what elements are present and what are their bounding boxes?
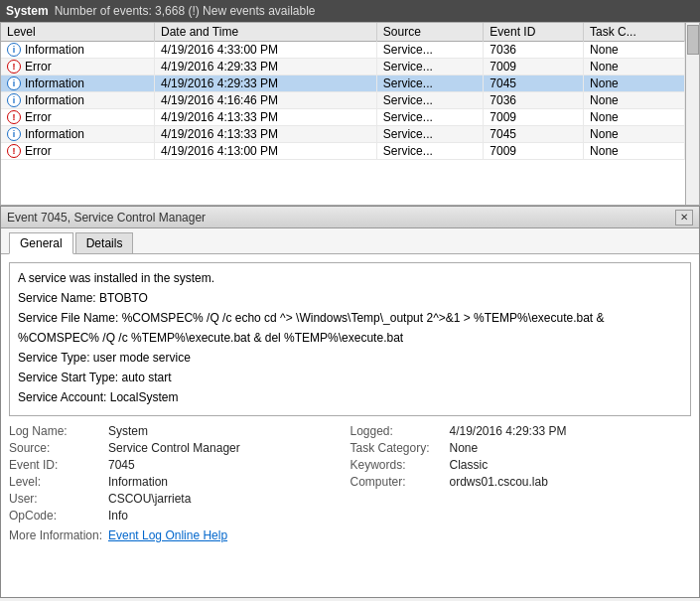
meta-more-info-label: More Information: bbox=[9, 528, 108, 542]
meta-level-value: Information bbox=[108, 475, 168, 489]
cell-task: None bbox=[584, 143, 685, 160]
service-name-line: Service Name: BTOBTO bbox=[18, 291, 682, 305]
error-icon: ! bbox=[7, 60, 21, 74]
app-name: System bbox=[6, 4, 49, 18]
table-row[interactable]: iInformation4/19/2016 4:16:46 PMService.… bbox=[1, 92, 699, 109]
cell-task: None bbox=[584, 42, 685, 59]
dialog-title: Event 7045, Service Control Manager bbox=[7, 211, 206, 225]
meta-user-value: CSCOU\jarrieta bbox=[108, 492, 191, 506]
meta-more-info: More Information: Event Log Online Help bbox=[9, 528, 350, 542]
meta-computer-label: Computer: bbox=[350, 475, 450, 489]
scrollbar[interactable] bbox=[685, 23, 699, 205]
table-row[interactable]: !Error4/19/2016 4:29:33 PMService...7009… bbox=[1, 59, 699, 75]
cell-eventid: 7009 bbox=[484, 59, 584, 75]
dialog-close-button[interactable]: ✕ bbox=[675, 210, 693, 225]
cell-datetime: 4/19/2016 4:13:00 PM bbox=[155, 143, 377, 160]
detail-text-box: A service was installed in the system. S… bbox=[9, 262, 691, 416]
service-type-line: Service Type: user mode service bbox=[18, 351, 682, 365]
meta-source-label: Source: bbox=[9, 441, 108, 455]
service-file-label: Service File Name: bbox=[18, 311, 122, 325]
meta-task-cat-label: Task Category: bbox=[350, 441, 450, 455]
col-header-task[interactable]: Task C... bbox=[584, 23, 685, 42]
table-header-row: Level Date and Time Source Event ID Task… bbox=[1, 23, 699, 42]
meta-level: Level: Information bbox=[9, 475, 350, 489]
tab-details[interactable]: Details bbox=[75, 232, 134, 253]
meta-keywords-label: Keywords: bbox=[350, 458, 450, 472]
meta-user-label: User: bbox=[9, 492, 108, 506]
meta-keywords-value: Classic bbox=[450, 458, 489, 472]
meta-event-id-value: 7045 bbox=[108, 458, 135, 472]
level-text: Information bbox=[25, 93, 84, 107]
level-text: Error bbox=[25, 60, 52, 74]
table-row[interactable]: !Error4/19/2016 4:13:00 PMService...7009… bbox=[1, 143, 699, 160]
service-file-line2: %COMSPEC% /Q /c %TEMP%\execute.bat & del… bbox=[18, 331, 682, 345]
event-table: Level Date and Time Source Event ID Task… bbox=[1, 23, 699, 160]
meta-log-name-value: System bbox=[108, 424, 148, 438]
cell-task: None bbox=[584, 75, 685, 92]
service-start-value: auto start bbox=[122, 371, 172, 384]
meta-logged-label: Logged: bbox=[350, 424, 450, 438]
meta-event-id-label: Event ID: bbox=[9, 458, 108, 472]
meta-log-name-label: Log Name: bbox=[9, 424, 108, 438]
level-text: Information bbox=[25, 127, 84, 141]
cell-datetime: 4/19/2016 4:13:33 PM bbox=[155, 109, 377, 126]
level-text: Information bbox=[25, 43, 84, 57]
meta-logged-value: 4/19/2016 4:29:33 PM bbox=[450, 424, 567, 438]
tab-general[interactable]: General bbox=[9, 232, 73, 254]
cell-eventid: 7045 bbox=[484, 126, 584, 143]
info-icon: i bbox=[7, 76, 21, 90]
cell-level: iInformation bbox=[1, 92, 155, 109]
col-header-eventid[interactable]: Event ID bbox=[484, 23, 584, 42]
meta-level-label: Level: bbox=[9, 475, 108, 489]
cell-task: None bbox=[584, 109, 685, 126]
table-row[interactable]: iInformation4/19/2016 4:29:33 PMService.… bbox=[1, 75, 699, 92]
table-row[interactable]: iInformation4/19/2016 4:33:00 PMService.… bbox=[1, 42, 699, 59]
cell-level: iInformation bbox=[1, 126, 155, 143]
cell-source: Service... bbox=[376, 42, 484, 59]
cell-task: None bbox=[584, 126, 685, 143]
table-row[interactable]: !Error4/19/2016 4:13:33 PMService...7009… bbox=[1, 109, 699, 126]
cell-level: !Error bbox=[1, 143, 155, 160]
level-text: Error bbox=[25, 110, 52, 124]
meta-more-info-link[interactable]: Event Log Online Help bbox=[108, 528, 227, 542]
cell-source: Service... bbox=[376, 109, 484, 126]
cell-task: None bbox=[584, 92, 685, 109]
info-icon: i bbox=[7, 43, 21, 57]
service-account-value: LocalSystem bbox=[110, 390, 179, 404]
tabs-bar: General Details bbox=[1, 228, 699, 254]
dialog-titlebar: Event 7045, Service Control Manager ✕ bbox=[1, 207, 699, 228]
service-name-value: BTOBTO bbox=[99, 291, 148, 305]
meta-event-id: Event ID: 7045 bbox=[9, 458, 350, 472]
table-row[interactable]: iInformation4/19/2016 4:13:33 PMService.… bbox=[1, 126, 699, 143]
cell-eventid: 7036 bbox=[484, 92, 584, 109]
title-bar-message: Number of events: 3,668 (!) New events a… bbox=[55, 4, 316, 18]
event-table-body: iInformation4/19/2016 4:33:00 PMService.… bbox=[1, 42, 699, 160]
meta-source-value: Service Control Manager bbox=[108, 441, 240, 455]
meta-user: User: CSCOU\jarrieta bbox=[9, 492, 350, 506]
meta-opcode: OpCode: Info bbox=[9, 509, 350, 523]
level-text: Information bbox=[25, 76, 84, 90]
cell-eventid: 7036 bbox=[484, 42, 584, 59]
cell-eventid: 7009 bbox=[484, 109, 584, 126]
col-header-source[interactable]: Source bbox=[376, 23, 484, 42]
cell-eventid: 7009 bbox=[484, 143, 584, 160]
service-start-line: Service Start Type: auto start bbox=[18, 371, 682, 384]
meta-computer: Computer: ordws01.cscou.lab bbox=[350, 475, 692, 489]
cell-level: !Error bbox=[1, 109, 155, 126]
col-header-level[interactable]: Level bbox=[1, 23, 155, 42]
meta-logged: Logged: 4/19/2016 4:29:33 PM bbox=[350, 424, 692, 438]
col-header-datetime[interactable]: Date and Time bbox=[155, 23, 377, 42]
cell-eventid: 7045 bbox=[484, 75, 584, 92]
service-account-line: Service Account: LocalSystem bbox=[18, 390, 682, 404]
meta-opcode-label: OpCode: bbox=[9, 509, 108, 523]
cell-datetime: 4/19/2016 4:29:33 PM bbox=[155, 75, 377, 92]
meta-section: Log Name: System Source: Service Control… bbox=[9, 424, 691, 542]
meta-computer-value: ordws01.cscou.lab bbox=[450, 475, 548, 489]
meta-log-name: Log Name: System bbox=[9, 424, 350, 438]
info-icon: i bbox=[7, 127, 21, 141]
service-type-value: user mode service bbox=[93, 351, 191, 365]
cell-level: iInformation bbox=[1, 75, 155, 92]
detail-dialog: Event 7045, Service Control Manager ✕ Ge… bbox=[0, 206, 700, 598]
meta-keywords: Keywords: Classic bbox=[350, 458, 692, 472]
scrollbar-thumb[interactable] bbox=[687, 25, 699, 55]
